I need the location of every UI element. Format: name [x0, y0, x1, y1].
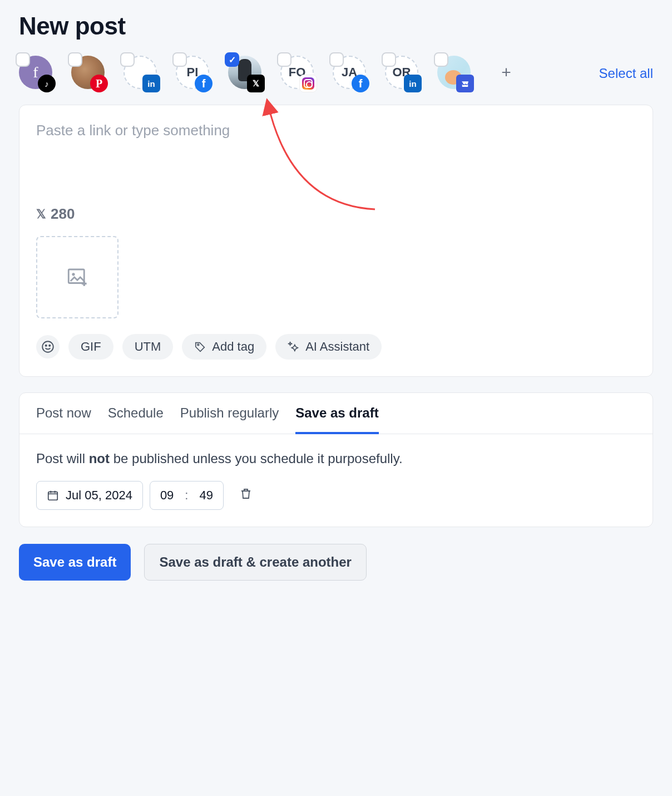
calendar-icon: [47, 489, 59, 502]
account-item[interactable]: JA f: [333, 56, 366, 89]
account-checkbox[interactable]: [277, 52, 291, 67]
svg-point-1: [72, 273, 75, 276]
linkedin-icon: in: [404, 75, 422, 92]
pinterest-icon: P: [90, 75, 108, 92]
compose-input[interactable]: [36, 122, 636, 200]
account-checkbox[interactable]: [120, 52, 135, 67]
account-checkbox[interactable]: [382, 52, 396, 67]
add-media-button[interactable]: [36, 236, 118, 318]
page-title: New post: [19, 12, 653, 40]
select-all-link[interactable]: Select all: [599, 56, 653, 81]
linkedin-icon: in: [142, 75, 160, 92]
hour-value: 09: [160, 488, 174, 503]
x-icon: 𝕏: [36, 207, 45, 222]
account-checkbox[interactable]: [329, 52, 344, 67]
tab-post-now[interactable]: Post now: [36, 405, 91, 434]
sparkle-icon: [288, 341, 300, 353]
save-draft-button[interactable]: Save as draft: [19, 544, 131, 581]
tab-publish-regularly[interactable]: Publish regularly: [180, 405, 279, 434]
draft-panel: Post will not be published unless you sc…: [19, 434, 653, 527]
char-counter: 𝕏 280: [36, 205, 636, 223]
trash-icon: [239, 487, 253, 500]
tab-schedule[interactable]: Schedule: [108, 405, 164, 434]
accounts-list: f ♪ P in PI f ✓ 𝕏 FO: [19, 56, 580, 89]
compose-toolbar: GIF UTM Add tag AI Assistant: [36, 334, 636, 360]
add-tag-button[interactable]: Add tag: [182, 334, 266, 360]
action-buttons: Save as draft Save as draft & create ano…: [19, 544, 653, 581]
tab-save-as-draft[interactable]: Save as draft: [295, 405, 378, 434]
tiktok-icon: ♪: [38, 75, 56, 92]
publish-tabs: Post now Schedule Publish regularly Save…: [19, 393, 653, 434]
tag-icon: [194, 341, 206, 353]
account-item[interactable]: OR in: [385, 56, 418, 89]
ai-assistant-button[interactable]: AI Assistant: [275, 334, 382, 360]
account-checkbox[interactable]: [434, 52, 448, 67]
svg-point-5: [197, 344, 199, 346]
facebook-icon: f: [352, 75, 369, 92]
account-checkbox[interactable]: [172, 52, 187, 67]
account-item[interactable]: in: [123, 56, 157, 89]
date-picker[interactable]: Jul 05, 2024: [36, 481, 143, 510]
google-business-icon: [456, 75, 474, 92]
svg-point-3: [46, 345, 47, 346]
svg-rect-6: [48, 492, 58, 500]
char-limit-value: 280: [51, 205, 75, 223]
account-item[interactable]: f ♪: [19, 56, 52, 89]
draft-note: Post will not be published unless you sc…: [36, 451, 636, 466]
emoji-button[interactable]: [36, 335, 60, 358]
x-icon: 𝕏: [247, 75, 265, 92]
account-item[interactable]: [437, 56, 471, 89]
svg-point-4: [49, 345, 50, 346]
account-item[interactable]: PI f: [176, 56, 209, 89]
utm-button[interactable]: UTM: [122, 334, 174, 360]
save-draft-create-another-button[interactable]: Save as draft & create another: [144, 544, 366, 581]
accounts-section: f ♪ P in PI f ✓ 𝕏 FO: [19, 56, 653, 89]
account-item[interactable]: FO: [280, 56, 314, 89]
gif-button[interactable]: GIF: [68, 334, 113, 360]
facebook-icon: f: [195, 75, 213, 92]
account-item[interactable]: P: [71, 56, 105, 89]
publish-card: Post now Schedule Publish regularly Save…: [19, 392, 653, 527]
instagram-icon: [299, 75, 317, 92]
time-picker[interactable]: 09 : 49: [150, 481, 224, 510]
compose-card: 𝕏 280 GIF UTM Add tag AI Assistant: [19, 105, 653, 377]
account-item[interactable]: ✓ 𝕏: [228, 56, 261, 89]
date-value: Jul 05, 2024: [66, 488, 132, 503]
svg-point-2: [42, 341, 53, 352]
account-checkbox[interactable]: [68, 52, 82, 67]
account-checkbox[interactable]: [16, 52, 30, 67]
add-account-button[interactable]: +: [490, 56, 523, 89]
account-checkbox[interactable]: ✓: [225, 52, 239, 67]
minute-value: 49: [199, 488, 213, 503]
clear-datetime-button[interactable]: [230, 483, 261, 508]
